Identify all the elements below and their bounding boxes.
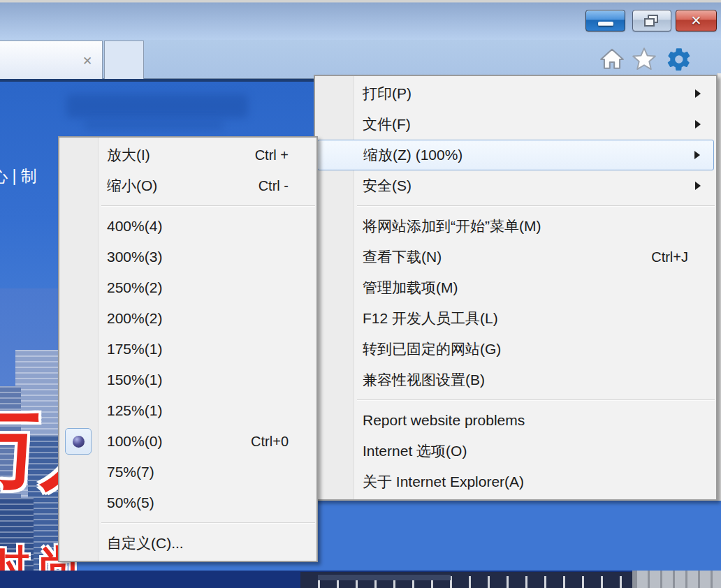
- zoom-item-zoom-in[interactable]: 放大(I) Ctrl +: [59, 140, 316, 170]
- close-button[interactable]: ✕: [676, 10, 717, 31]
- menu-item-safety[interactable]: 安全(S): [315, 170, 716, 201]
- zoom-item-400[interactable]: 400%(4): [59, 211, 316, 242]
- zoom-item-50[interactable]: 50%(5): [59, 487, 316, 518]
- shortcut-label: Ctrl -: [258, 178, 289, 194]
- browser-tab[interactable]: ✕: [0, 41, 103, 79]
- submenu-arrow-icon: [694, 151, 700, 159]
- shortcut-label: Ctrl+J: [651, 249, 688, 265]
- menu-item-zoom[interactable]: 缩放(Z) (100%): [317, 140, 714, 170]
- tab-close-icon[interactable]: ✕: [80, 54, 95, 69]
- radio-selected-icon: [65, 428, 92, 455]
- menu-separator: [101, 205, 315, 207]
- menu-item-view-downloads[interactable]: 查看下载(N) Ctrl+J: [315, 242, 716, 272]
- photo-marina-building-light: [632, 571, 721, 588]
- zoom-item-150[interactable]: 150%(1): [59, 365, 316, 395]
- zoom-item-300[interactable]: 300%(3): [59, 242, 316, 272]
- photo-marina-pergola: [318, 575, 451, 580]
- menu-item-manage-addons[interactable]: 管理加载项(M): [315, 272, 716, 303]
- home-icon[interactable]: [598, 46, 626, 73]
- restore-button[interactable]: [632, 10, 671, 31]
- zoom-item-200[interactable]: 200%(2): [59, 303, 316, 334]
- page-nav-text-fragment: 心 | 制: [0, 166, 37, 187]
- submenu-arrow-icon: [695, 120, 701, 128]
- tab-bar: ✕: [0, 40, 721, 79]
- zoom-submenu: 放大(I) Ctrl + 缩小(O) Ctrl - 400%(4) 300%(3…: [58, 136, 318, 562]
- menu-item-internet-options[interactable]: Internet 选项(O): [315, 436, 716, 466]
- zoom-item-75[interactable]: 75%(7): [59, 457, 316, 487]
- menu-separator: [357, 399, 715, 401]
- menu-separator: [357, 205, 715, 207]
- menu-item-f12-tools[interactable]: F12 开发人员工具(L): [315, 303, 716, 334]
- minimize-icon: [598, 22, 613, 26]
- menu-item-pinned-sites[interactable]: 转到已固定的网站(G): [315, 334, 716, 365]
- menu-item-compatibility-view[interactable]: 兼容性视图设置(B): [315, 365, 716, 395]
- submenu-arrow-icon: [695, 182, 701, 190]
- photo-marina: [0, 571, 721, 588]
- zoom-item-125[interactable]: 125%(1): [59, 395, 316, 426]
- zoom-item-custom[interactable]: 自定义(C)...: [59, 528, 316, 559]
- zoom-item-250[interactable]: 250%(2): [59, 272, 316, 303]
- submenu-arrow-icon: [695, 89, 701, 98]
- tools-menu: 打印(P) 文件(F) 缩放(Z) (100%) 安全(S) 将网站添加到“开始…: [314, 75, 718, 501]
- zoom-item-175[interactable]: 175%(1): [59, 334, 316, 365]
- menu-separator: [101, 522, 315, 524]
- menu-item-report-problems[interactable]: Report website problems: [315, 405, 716, 436]
- zoom-item-zoom-out[interactable]: 缩小(O) Ctrl -: [59, 170, 316, 201]
- favorites-star-icon[interactable]: [630, 46, 658, 73]
- page-banner-art: [66, 94, 248, 118]
- minimize-button[interactable]: [585, 10, 625, 31]
- close-icon: ✕: [676, 13, 716, 29]
- menu-item-print[interactable]: 打印(P): [315, 78, 716, 109]
- tools-gear-icon[interactable]: [665, 46, 693, 73]
- new-tab-button[interactable]: [104, 41, 144, 79]
- window-titlebar: ✕: [0, 0, 721, 40]
- restore-icon: [633, 10, 671, 31]
- menu-item-add-to-start[interactable]: 将网站添加到“开始”菜单(M): [315, 211, 716, 242]
- shortcut-label: Ctrl +: [255, 147, 289, 163]
- shortcut-label: Ctrl+0: [251, 434, 289, 450]
- page-banner-art: [84, 119, 224, 131]
- menu-item-about-ie[interactable]: 关于 Internet Explorer(A): [315, 466, 716, 497]
- zoom-item-100[interactable]: 100%(0) Ctrl+0: [59, 426, 316, 457]
- menu-item-file[interactable]: 文件(F): [315, 109, 716, 140]
